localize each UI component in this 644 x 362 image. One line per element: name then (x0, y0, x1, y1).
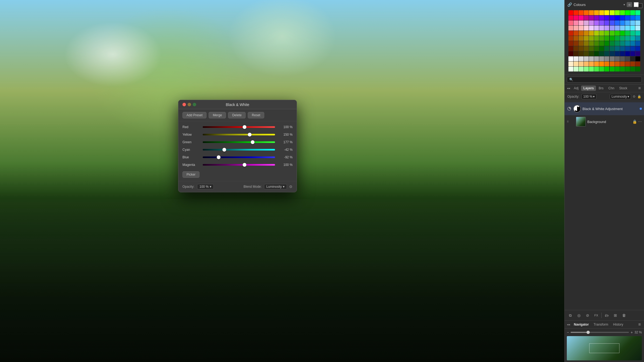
color-swatch-cell[interactable] (568, 36, 573, 41)
color-swatch-cell[interactable] (599, 15, 604, 20)
tab-brs[interactable]: Brs (596, 86, 606, 91)
color-swatch-cell[interactable] (589, 51, 594, 56)
color-swatch-cell[interactable] (630, 31, 635, 36)
yellow-thumb[interactable] (248, 133, 252, 136)
color-swatch-cell[interactable] (568, 15, 573, 20)
add-preset-button[interactable]: Add Preset (182, 112, 206, 118)
color-swatch-cell[interactable] (630, 10, 635, 15)
color-swatch-cell[interactable] (584, 10, 589, 15)
color-swatch-cell[interactable] (625, 31, 630, 36)
color-swatch-cell[interactable] (579, 31, 584, 36)
color-swatch-cell[interactable] (599, 10, 604, 15)
fx-button[interactable]: FX (593, 312, 600, 319)
color-swatch-cell[interactable] (604, 21, 609, 25)
color-swatch-cell[interactable] (568, 21, 573, 25)
layer-more-icon[interactable]: ⋯ (638, 119, 642, 124)
foreground-swatch[interactable] (634, 2, 639, 7)
color-swatch-cell[interactable] (615, 15, 620, 20)
color-swatch-cell[interactable] (594, 31, 599, 36)
color-swatch-cell[interactable] (568, 31, 573, 36)
color-swatch-cell[interactable] (630, 67, 635, 71)
color-swatch-cell[interactable] (579, 41, 584, 46)
zoom-slider[interactable] (571, 332, 629, 333)
color-swatch-cell[interactable] (584, 56, 589, 61)
color-swatch-cell[interactable] (610, 15, 615, 20)
color-swatch-cell[interactable] (579, 36, 584, 41)
color-swatch-cell[interactable] (574, 10, 578, 15)
close-button[interactable] (182, 103, 186, 106)
color-swatch-cell[interactable] (620, 36, 625, 41)
color-swatch-cell[interactable] (620, 51, 625, 56)
merge-button[interactable]: Merge (209, 112, 226, 118)
color-swatch-cell[interactable] (574, 26, 578, 30)
color-swatch-cell[interactable] (610, 41, 615, 46)
picker-button[interactable]: Picker (182, 171, 199, 178)
color-swatch-cell[interactable] (589, 36, 594, 41)
color-swatch-cell[interactable] (599, 31, 604, 36)
color-swatch-cell[interactable] (589, 10, 594, 15)
red-slider-container[interactable] (203, 125, 275, 129)
color-swatch-cell[interactable] (610, 26, 615, 30)
cyan-thumb[interactable] (222, 148, 226, 152)
color-swatch-cell[interactable] (589, 46, 594, 51)
colors-dropdown-icon[interactable]: ▾ (623, 3, 625, 6)
color-swatch-cell[interactable] (584, 21, 589, 25)
color-swatch-cell[interactable] (625, 15, 630, 20)
color-swatch-cell[interactable] (589, 26, 594, 30)
color-swatch-cell[interactable] (589, 56, 594, 61)
color-swatch-cell[interactable] (615, 21, 620, 25)
color-swatch-cell[interactable] (599, 26, 604, 30)
color-swatch-cell[interactable] (568, 62, 573, 66)
yellow-slider-container[interactable] (203, 132, 275, 137)
zoom-out-icon[interactable]: − (567, 330, 569, 334)
color-swatch-cell[interactable] (599, 51, 604, 56)
color-swatch-cell[interactable] (574, 31, 578, 36)
layer-visibility-toggle[interactable] (567, 106, 572, 111)
opacity-value-box[interactable]: 100 % ▾ (197, 184, 214, 189)
color-swatch-cell[interactable] (620, 46, 625, 51)
color-swatch-cell[interactable] (635, 10, 640, 15)
color-swatch-cell[interactable] (625, 10, 630, 15)
color-swatch-cell[interactable] (630, 46, 635, 51)
lock-icon-2[interactable]: 🔒 (637, 95, 641, 98)
color-swatch-cell[interactable] (579, 56, 584, 61)
color-swatch-cell[interactable] (568, 46, 573, 51)
tab-layers[interactable]: Layers (581, 86, 596, 91)
color-swatch-cell[interactable] (625, 46, 630, 51)
color-swatch-cell[interactable] (604, 10, 609, 15)
color-swatch-cell[interactable] (625, 26, 630, 30)
color-swatch-cell[interactable] (599, 21, 604, 25)
nav-tab-navigator[interactable]: Navigator (572, 322, 591, 327)
color-swatch-cell[interactable] (604, 36, 609, 41)
tab-stock[interactable]: Stock (617, 86, 629, 91)
color-swatch-cell[interactable] (568, 26, 573, 30)
color-swatches[interactable] (634, 2, 641, 7)
nav-menu-button[interactable]: ≡ (637, 322, 642, 327)
color-swatch-cell[interactable] (599, 36, 604, 41)
color-swatch-cell[interactable] (635, 56, 640, 61)
color-swatch-cell[interactable] (615, 56, 620, 61)
color-swatch-cell[interactable] (620, 26, 625, 30)
blue-slider-container[interactable] (203, 155, 275, 160)
green-slider-container[interactable] (203, 140, 275, 145)
color-swatch-cell[interactable] (599, 41, 604, 46)
color-swatch-cell[interactable] (574, 41, 578, 46)
red-thumb[interactable] (243, 125, 246, 129)
layer-lock-icon[interactable]: 🔒 (632, 119, 637, 124)
layer-item[interactable]: Black & White Adjustment (565, 102, 644, 115)
color-swatch-cell[interactable] (604, 51, 609, 56)
blue-thumb[interactable] (217, 155, 221, 159)
green-thumb[interactable] (251, 140, 255, 144)
color-swatch-cell[interactable] (610, 67, 615, 71)
color-swatch-cell[interactable] (620, 56, 625, 61)
color-swatch-cell[interactable] (584, 51, 589, 56)
color-swatch-cell[interactable] (579, 10, 584, 15)
color-swatch-cell[interactable] (635, 21, 640, 25)
color-swatch-cell[interactable] (594, 15, 599, 20)
color-swatch-cell[interactable] (630, 26, 635, 30)
color-swatch-cell[interactable] (594, 36, 599, 41)
color-swatch-cell[interactable] (630, 21, 635, 25)
color-swatch-cell[interactable] (594, 51, 599, 56)
color-swatch-cell[interactable] (589, 67, 594, 71)
color-swatch-cell[interactable] (579, 51, 584, 56)
